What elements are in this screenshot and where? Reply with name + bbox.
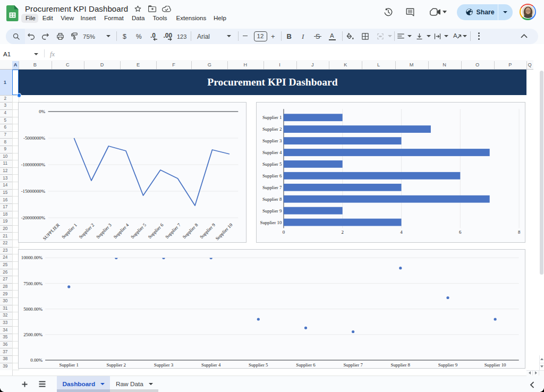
svg-text:0: 0 [282,229,285,235]
svg-text:2: 2 [341,229,343,235]
svg-text:Supplier 9: Supplier 9 [262,208,282,213]
svg-text:Supplier 3: Supplier 3 [262,138,282,143]
svg-text:-20000000%: -20000000% [21,215,46,220]
svg-text:Supplier 6: Supplier 6 [147,222,165,240]
svg-text:Supplier 3: Supplier 3 [154,362,174,367]
svg-text:Supplier 4: Supplier 4 [201,362,221,367]
svg-text:Supplier 10: Supplier 10 [484,362,506,367]
svg-text:Supplier 1: Supplier 1 [59,362,78,367]
svg-text:6: 6 [459,229,462,235]
svg-text:Supplier 5: Supplier 5 [262,161,282,167]
svg-text:7500.00%: 7500.00% [23,280,43,286]
svg-text:Supplier 8: Supplier 8 [182,222,199,240]
svg-text:Supplier 4: Supplier 4 [113,222,130,240]
svg-text:-5000000%: -5000000% [23,135,46,141]
svg-text:Supplier 3: Supplier 3 [95,222,113,240]
svg-text:Supplier 2: Supplier 2 [78,222,96,240]
svg-text:Supplier 1: Supplier 1 [61,222,78,240]
svg-text:Supplier 8: Supplier 8 [390,362,410,367]
svg-text:Supplier 9: Supplier 9 [199,222,216,240]
svg-text:Supplier 10: Supplier 10 [215,222,234,241]
svg-text:Supplier 5: Supplier 5 [249,362,268,367]
svg-text:Supplier 2: Supplier 2 [106,362,125,367]
svg-text:-10000000%: -10000000% [21,162,46,167]
svg-text:0%: 0% [39,109,46,114]
svg-text:4: 4 [400,229,403,235]
svg-text:Supplier 4: Supplier 4 [262,150,282,155]
svg-text:Supplier 6: Supplier 6 [296,362,316,367]
svg-text:Supplier 2: Supplier 2 [262,126,282,132]
svg-text:Supplier 7: Supplier 7 [343,362,363,367]
svg-text:2500.00%: 2500.00% [23,331,43,337]
svg-text:5000.00%: 5000.00% [23,306,43,311]
svg-text:Supplier 9: Supplier 9 [438,362,458,367]
svg-text:-15000000%: -15000000% [21,189,46,194]
svg-text:Supplier 8: Supplier 8 [262,196,282,201]
svg-text:Supplier 10: Supplier 10 [260,219,282,225]
svg-text:10000.00%: 10000.00% [21,255,43,260]
svg-text:Supplier 7: Supplier 7 [164,222,182,240]
svg-text:SUPPLIER: SUPPLIER [42,222,61,241]
svg-text:Supplier 7: Supplier 7 [262,185,282,190]
svg-text:Supplier 6: Supplier 6 [262,173,282,178]
svg-text:Supplier 5: Supplier 5 [130,222,147,240]
svg-text:0.00%: 0.00% [30,357,42,363]
svg-text:Supplier 1: Supplier 1 [262,115,282,120]
svg-text:8: 8 [517,229,520,235]
